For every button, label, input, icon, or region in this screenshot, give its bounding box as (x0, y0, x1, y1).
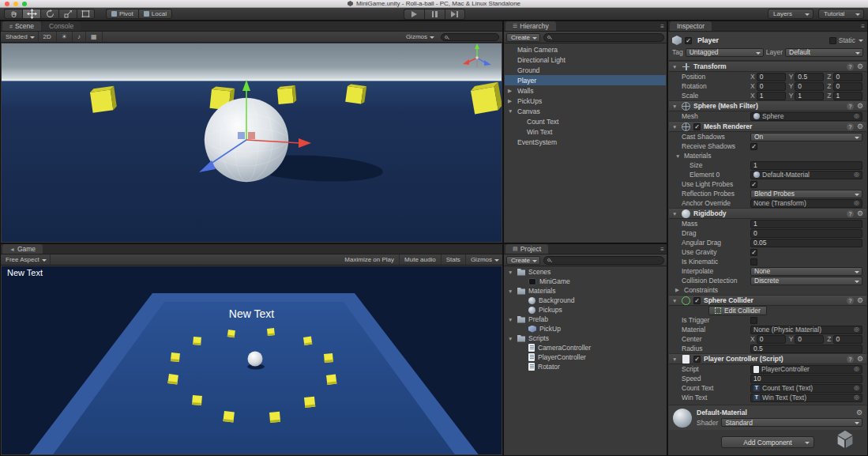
tab-scene[interactable]: #Scene (2, 21, 41, 31)
radius-field[interactable]: 0.5 (750, 345, 862, 353)
project-folder-scripts[interactable]: ▼Scripts (505, 334, 666, 343)
object-picker-icon[interactable]: ◎ (854, 200, 859, 206)
add-component-button[interactable]: Add Component (721, 436, 814, 448)
foldout-arrow[interactable]: ▶ (508, 98, 515, 104)
help-icon[interactable]: ? (847, 297, 854, 304)
scale-tool-button[interactable] (58, 9, 77, 19)
rigidbody-header[interactable]: ▼ Rigidbody ? ⚙ (669, 208, 866, 219)
help-icon[interactable]: ? (847, 123, 854, 130)
play-button[interactable] (404, 9, 424, 20)
sphere-collider-enabled-checkbox[interactable]: ✓ (693, 297, 701, 304)
edit-collider-button[interactable]: Edit Collider (708, 306, 767, 315)
position-z-field[interactable]: 0 (833, 73, 862, 81)
project-folder-scenes[interactable]: ▼Scenes (505, 267, 666, 277)
foldout-arrow[interactable]: ▼ (508, 336, 515, 341)
aspect-dropdown[interactable]: Free Aspect (1, 254, 51, 265)
hierarchy-item-win-text[interactable]: Win Text (505, 126, 666, 137)
gear-icon[interactable]: ⚙ (857, 62, 863, 70)
tab-inspector[interactable]: Inspector (670, 21, 712, 31)
layout-dropdown[interactable]: Tutorial (818, 9, 864, 19)
center-y-field[interactable]: 0 (795, 335, 824, 344)
mesh-renderer-enabled-checkbox[interactable]: ✓ (693, 123, 701, 130)
project-item-background[interactable]: Background (505, 296, 666, 305)
player-controller-header[interactable]: ▼ ✓ Player Controller (Script) ? ⚙ (669, 353, 866, 364)
pivot-toggle-button[interactable]: Pivot (106, 9, 138, 19)
tab-hierarchy[interactable]: ☰Hierarchy (505, 21, 556, 31)
use-gravity-checkbox[interactable]: ✓ (750, 249, 757, 256)
hierarchy-item-canvas[interactable]: ▼Canvas (505, 106, 666, 116)
gear-icon[interactable]: ⚙ (857, 296, 863, 304)
rotation-x-field[interactable]: 0 (757, 82, 786, 91)
scene-viewport[interactable] (2, 43, 502, 242)
rotation-y-field[interactable]: 0 (795, 82, 824, 91)
project-item-pickups[interactable]: Pickups (505, 305, 666, 315)
scale-x-field[interactable]: 1 (757, 92, 786, 100)
angular-drag-field[interactable]: 0.05 (750, 239, 862, 247)
window-controls[interactable] (5, 2, 27, 6)
active-checkbox[interactable]: ✓ (685, 37, 692, 44)
help-icon[interactable]: ? (847, 103, 854, 110)
is-trigger-checkbox[interactable] (750, 317, 757, 324)
object-picker-icon[interactable]: ◎ (854, 366, 859, 372)
physic-material-object-field[interactable]: None (Physic Material) ◎ (750, 326, 862, 334)
is-kinematic-checkbox[interactable] (750, 258, 757, 266)
stats-button[interactable]: Stats (442, 254, 466, 265)
zoom-window-button[interactable] (22, 2, 27, 6)
object-picker-icon[interactable]: ◎ (854, 394, 859, 401)
mesh-object-field[interactable]: Sphere ◎ (750, 112, 862, 121)
object-picker-icon[interactable]: ◎ (854, 171, 859, 178)
sphere-collider-header[interactable]: ▼ ✓ Sphere Collider ? ⚙ (669, 295, 866, 306)
foldout-icon[interactable]: ▼ (672, 124, 678, 130)
hierarchy-item-pickups[interactable]: ▶PickUps (505, 96, 666, 106)
player-controller-enabled-checkbox[interactable]: ✓ (693, 356, 701, 363)
project-folder-prefab[interactable]: ▼Prefab (505, 315, 666, 324)
foldout-arrow[interactable]: ▼ (508, 288, 515, 294)
foldout-icon[interactable]: ▼ (672, 104, 678, 109)
gameobject-name-field[interactable]: Player (695, 36, 826, 45)
step-button[interactable] (445, 9, 465, 20)
gear-icon[interactable]: ⚙ (857, 122, 863, 130)
2d-toggle-button[interactable]: 2D (39, 32, 57, 42)
game-gizmos-dropdown[interactable]: Gizmos (466, 254, 502, 265)
materials-foldout[interactable]: ▼ Materials (669, 151, 866, 160)
tab-console[interactable]: Console (42, 21, 81, 31)
foldout-icon[interactable]: ▼ (672, 64, 678, 70)
hierarchy-item-ground[interactable]: Ground (505, 65, 666, 75)
hierarchy-item-count-text[interactable]: Count Text (505, 116, 666, 126)
element0-object-field[interactable]: Default-Material ◎ (750, 171, 862, 179)
foldout-arrow[interactable]: ▼ (508, 269, 515, 275)
hierarchy-item-player[interactable]: Player (505, 75, 666, 85)
scene-gizmos-dropdown[interactable]: Gizmos (401, 32, 438, 42)
count-text-object-field[interactable]: T Count Text (Text) ◎ (750, 384, 862, 393)
win-text-object-field[interactable]: T Win Text (Text) ◎ (750, 394, 862, 402)
foldout-icon[interactable]: ▼ (672, 298, 678, 303)
tag-dropdown[interactable]: Untagged (686, 48, 764, 57)
panel-menu-icon[interactable]: ≡ (861, 23, 865, 30)
use-light-probes-checkbox[interactable]: ✓ (750, 181, 757, 188)
position-y-field[interactable]: 0.5 (795, 73, 824, 81)
anchor-override-object-field[interactable]: None (Transform) ◎ (750, 199, 862, 208)
layers-dropdown[interactable]: Layers (768, 9, 814, 19)
mesh-renderer-header[interactable]: ▼ ✓ Mesh Renderer ? ⚙ (669, 121, 866, 132)
object-picker-icon[interactable]: ◎ (854, 326, 859, 333)
hierarchy-search-input[interactable] (543, 33, 664, 42)
center-z-field[interactable]: 0 (833, 335, 862, 344)
scene-search-input[interactable] (441, 33, 499, 41)
pause-button[interactable] (424, 9, 445, 20)
close-window-button[interactable] (5, 2, 9, 6)
gear-icon[interactable]: ⚙ (856, 409, 862, 416)
rect-tool-button[interactable] (77, 9, 95, 19)
rotate-tool-button[interactable] (40, 9, 58, 19)
panel-menu-icon[interactable]: ≡ (660, 23, 664, 30)
foldout-arrow[interactable]: ▶ (508, 88, 515, 94)
tab-project[interactable]: ▤Project (505, 244, 548, 254)
script-object-field[interactable]: PlayerController ◎ (750, 365, 862, 374)
foldout-arrow[interactable]: ▼ (508, 108, 515, 114)
speed-field[interactable]: 10 (750, 375, 862, 383)
hierarchy-item-main-camera[interactable]: Main Camera (505, 44, 666, 55)
hierarchy-item-directional-light[interactable]: Directional Light (505, 55, 666, 65)
draw-mode-dropdown[interactable]: Shaded (1, 32, 39, 42)
mass-field[interactable]: 1 (750, 220, 862, 228)
project-item-playercontroller[interactable]: PlayerController (505, 352, 666, 362)
move-tool-button[interactable] (22, 9, 40, 19)
